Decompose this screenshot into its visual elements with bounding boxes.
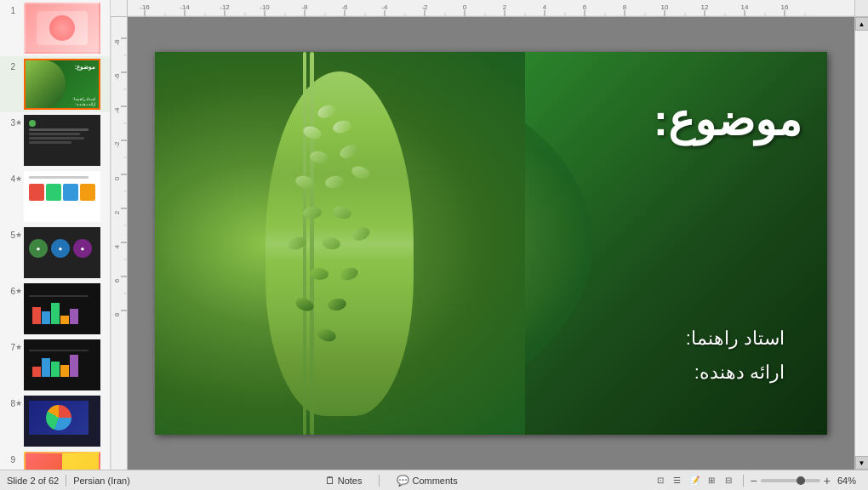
- view-normal-btn[interactable]: ⊡: [653, 474, 668, 487]
- scroll-down-btn[interactable]: ▼: [855, 456, 869, 470]
- svg-text:-12: -12: [220, 3, 230, 11]
- thumb-img-3[interactable]: [24, 115, 100, 166]
- slide-container[interactable]: موضوع: استاد راهنما: ارائه دهنده:: [128, 17, 854, 470]
- thumb-img-6[interactable]: [24, 283, 100, 334]
- scrollbar-right[interactable]: ▲ ▼: [854, 17, 868, 470]
- thumb-img-2[interactable]: موضوع: استاد راهنما: ارائه دهنده:: [24, 59, 100, 110]
- svg-text:-6: -6: [113, 73, 121, 80]
- svg-text:0: 0: [113, 176, 121, 180]
- star-icon-4: ★: [15, 171, 24, 183]
- zoom-thumb[interactable]: [797, 476, 805, 485]
- comments-btn[interactable]: 💬 Comments: [393, 473, 460, 488]
- divider-2: [379, 475, 380, 487]
- slide-num-2: 2: [3, 59, 15, 71]
- main-area: 1 2 موضوع: استاد راهنما: ارائه دهنده:: [0, 0, 868, 470]
- svg-text:6: 6: [113, 278, 121, 282]
- svg-text:12: 12: [701, 3, 709, 11]
- slide-thumb-7[interactable]: 7 ★: [0, 337, 110, 393]
- thumb-img-1[interactable]: [24, 3, 100, 54]
- star-icon-1: [15, 3, 24, 6]
- zoom-slider[interactable]: − +: [751, 474, 831, 487]
- star-icon-5: ★: [15, 227, 24, 239]
- svg-text:16: 16: [781, 3, 789, 11]
- star-icon-3: ★: [15, 115, 24, 127]
- slide-subtitle2: ارائه دهنده:: [694, 362, 785, 384]
- status-left: Slide 2 of 62 Persian (Iran): [7, 475, 130, 487]
- svg-text:6: 6: [583, 3, 587, 11]
- thumb-img-9[interactable]: [24, 452, 100, 470]
- star-icon-9: [15, 452, 24, 455]
- slide-panel: 1 2 موضوع: استاد راهنما: ارائه دهنده:: [0, 0, 111, 470]
- slide-num-8: 8: [3, 396, 15, 408]
- ruler-top: -16 -14 -12 -10 -8 -6 -4: [128, 0, 854, 17]
- comments-label: Comments: [412, 476, 457, 486]
- star-icon-8: ★: [15, 396, 24, 407]
- slide-thumb-6[interactable]: 6 ★: [0, 281, 110, 337]
- star-icon-6: ★: [15, 283, 24, 295]
- thumb-img-7[interactable]: [24, 339, 100, 390]
- zoom-track[interactable]: [761, 479, 820, 482]
- star-icon-2: [15, 59, 24, 62]
- svg-text:-2: -2: [421, 3, 428, 11]
- slide-num-7: 7: [3, 339, 15, 352]
- slide-thumb-1[interactable]: 1: [0, 0, 110, 56]
- content-area: -16 -14 -12 -10 -8 -6 -4: [111, 0, 868, 470]
- notes-label: Notes: [338, 476, 363, 486]
- view-handout-btn[interactable]: ⊞: [704, 474, 719, 487]
- scroll-track-right[interactable]: [855, 31, 868, 456]
- slide-thumb-5[interactable]: 5 ★ ● ● ●: [0, 225, 110, 281]
- ruler-corner: [111, 0, 128, 17]
- svg-text:-8: -8: [301, 3, 308, 11]
- slide-thumb-2[interactable]: 2 موضوع: استاد راهنما: ارائه دهنده:: [0, 56, 110, 112]
- notes-btn[interactable]: 🗒 Notes: [322, 473, 366, 488]
- slide-num-6: 6: [3, 283, 15, 296]
- slide-num-1: 1: [3, 3, 15, 15]
- zoom-minus-btn[interactable]: −: [751, 474, 757, 487]
- zoom-level: 64%: [837, 476, 861, 486]
- slide-thumb-9[interactable]: 9: [0, 449, 110, 470]
- status-center: 🗒 Notes 💬 Comments: [322, 473, 461, 488]
- svg-text:4: 4: [113, 244, 121, 248]
- svg-text:2: 2: [113, 210, 121, 214]
- slide-num-3: 3: [3, 115, 15, 128]
- view-sorter-btn[interactable]: ⊟: [721, 474, 736, 487]
- svg-text:14: 14: [741, 3, 749, 11]
- svg-text:4: 4: [543, 3, 547, 11]
- slide-subtitle1: استاد راهنما:: [686, 328, 785, 350]
- scroll-up-btn[interactable]: ▲: [855, 17, 869, 31]
- language-indicator: Persian (Iran): [73, 476, 130, 486]
- comments-icon: 💬: [397, 475, 409, 487]
- svg-text:8: 8: [113, 312, 121, 316]
- status-right: ⊡ ☰ 📝 ⊞ ⊟ − + 64%: [653, 474, 861, 487]
- slide-thumb-8[interactable]: 8 ★: [0, 393, 110, 449]
- slide-title: موضوع:: [654, 94, 802, 145]
- svg-text:-8: -8: [113, 39, 121, 46]
- wheat-image: [155, 52, 525, 435]
- ruler-corner-right: [854, 0, 868, 17]
- slide-num-5: 5: [3, 227, 15, 240]
- divider-1: [66, 475, 66, 487]
- view-icons: ⊡ ☰ 📝 ⊞ ⊟: [653, 474, 736, 487]
- slide-info: Slide 2 of 62: [7, 476, 59, 486]
- status-bar: Slide 2 of 62 Persian (Iran) 🗒 Notes 💬 C…: [0, 470, 868, 490]
- slide: موضوع: استاد راهنما: ارائه دهنده:: [155, 52, 827, 435]
- svg-text:-2: -2: [113, 141, 121, 148]
- svg-text:2: 2: [503, 3, 507, 11]
- slide-num-9: 9: [3, 452, 15, 464]
- notes-icon: 🗒: [325, 475, 335, 487]
- svg-text:8: 8: [623, 3, 627, 11]
- svg-text:-6: -6: [341, 3, 348, 11]
- thumb-img-4[interactable]: [24, 171, 100, 222]
- svg-text:-4: -4: [113, 107, 121, 114]
- thumb-img-5[interactable]: ● ● ●: [24, 227, 100, 278]
- thumb-img-8[interactable]: [24, 396, 100, 447]
- svg-text:-16: -16: [140, 3, 150, 11]
- slide-thumb-4[interactable]: 4 ★: [0, 168, 110, 225]
- slide-num-4: 4: [3, 171, 15, 184]
- divider-3: [743, 475, 744, 487]
- view-notes-btn[interactable]: 📝: [687, 474, 702, 487]
- view-outline-btn[interactable]: ☰: [670, 474, 685, 487]
- slide-thumb-3[interactable]: 3 ★: [0, 112, 110, 168]
- star-icon-7: ★: [15, 339, 24, 351]
- zoom-plus-btn[interactable]: +: [824, 474, 831, 487]
